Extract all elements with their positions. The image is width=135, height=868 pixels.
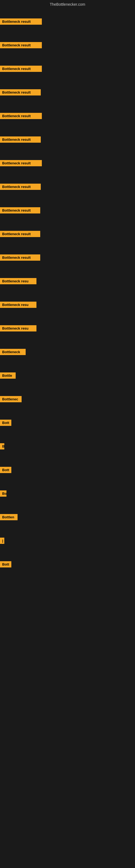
bottleneck-badge-13[interactable]: Bottleneck resu xyxy=(0,302,37,308)
bottleneck-badge-8[interactable]: Bottleneck result xyxy=(0,184,41,190)
bottleneck-row-23: | xyxy=(0,529,135,553)
bottleneck-row-18: Bott xyxy=(0,411,135,435)
bottleneck-badge-3[interactable]: Bottleneck result xyxy=(0,66,42,72)
bottleneck-badge-10[interactable]: Bottleneck result xyxy=(0,231,40,237)
bottleneck-row-3: Bottleneck result xyxy=(0,57,135,81)
bottleneck-badge-2[interactable]: Bottleneck result xyxy=(0,42,42,48)
bottleneck-badge-6[interactable]: Bottleneck result xyxy=(0,136,41,143)
bottleneck-badge-11[interactable]: Bottleneck result xyxy=(0,254,40,261)
bottleneck-row-17: Bottlenec xyxy=(0,388,135,411)
bottleneck-row-1: Bottleneck result xyxy=(0,10,135,33)
bottleneck-row-9: Bottleneck result xyxy=(0,198,135,222)
bottleneck-row-14: Bottleneck resu xyxy=(0,316,135,340)
bottleneck-container: Bottleneck resultBottleneck resultBottle… xyxy=(0,10,135,576)
bottleneck-row-10: Bottleneck result xyxy=(0,222,135,246)
bottleneck-badge-24[interactable]: Bott xyxy=(0,561,11,567)
bottleneck-row-11: Bottleneck result xyxy=(0,246,135,269)
bottleneck-row-22: Bottlen xyxy=(0,505,135,529)
bottleneck-row-19: B xyxy=(0,435,135,458)
bottleneck-row-8: Bottleneck result xyxy=(0,175,135,198)
site-title: TheBottlenecker.com xyxy=(0,0,135,10)
bottleneck-badge-9[interactable]: Bottleneck result xyxy=(0,207,40,214)
bottleneck-badge-15[interactable]: Bottleneck xyxy=(0,349,26,355)
bottleneck-row-4: Bottleneck result xyxy=(0,81,135,104)
bottleneck-badge-12[interactable]: Bottleneck resu xyxy=(0,278,37,284)
bottleneck-badge-20[interactable]: Bott xyxy=(0,467,11,473)
bottleneck-badge-22[interactable]: Bottlen xyxy=(0,514,17,520)
bottleneck-badge-16[interactable]: Bottle xyxy=(0,372,16,379)
bottleneck-row-6: Bottleneck result xyxy=(0,128,135,151)
bottleneck-row-7: Bottleneck result xyxy=(0,151,135,175)
bottleneck-badge-23[interactable]: | xyxy=(0,538,4,544)
bottleneck-row-20: Bott xyxy=(0,458,135,482)
bottleneck-badge-1[interactable]: Bottleneck result xyxy=(0,19,42,25)
bottleneck-badge-17[interactable]: Bottlenec xyxy=(0,396,21,402)
bottleneck-row-5: Bottleneck result xyxy=(0,104,135,128)
bottleneck-row-24: Bott xyxy=(0,553,135,576)
bottleneck-badge-7[interactable]: Bottleneck result xyxy=(0,160,42,166)
bottleneck-badge-18[interactable]: Bott xyxy=(0,420,11,426)
bottleneck-row-2: Bottleneck result xyxy=(0,33,135,57)
bottleneck-row-13: Bottleneck resu xyxy=(0,293,135,316)
bottleneck-row-21: Bo xyxy=(0,482,135,505)
bottleneck-badge-14[interactable]: Bottleneck resu xyxy=(0,325,37,332)
bottleneck-badge-4[interactable]: Bottleneck result xyxy=(0,89,41,95)
bottleneck-badge-19[interactable]: B xyxy=(0,443,4,450)
bottleneck-badge-5[interactable]: Bottleneck result xyxy=(0,113,42,119)
bottleneck-row-15: Bottleneck xyxy=(0,340,135,364)
bottleneck-row-12: Bottleneck resu xyxy=(0,269,135,293)
bottleneck-badge-21[interactable]: Bo xyxy=(0,490,6,497)
bottleneck-row-16: Bottle xyxy=(0,364,135,388)
